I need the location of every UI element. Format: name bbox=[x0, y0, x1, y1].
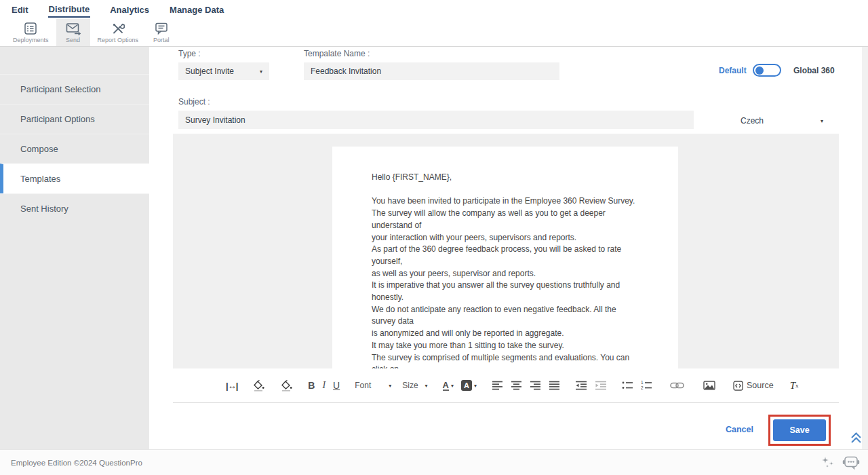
deployments-icon bbox=[24, 22, 37, 35]
menu-edit[interactable]: Edit bbox=[11, 3, 29, 17]
text-color-glyph: A bbox=[443, 381, 449, 391]
fill-color-icon[interactable] bbox=[280, 380, 293, 392]
menu-manage-data[interactable]: Manage Data bbox=[169, 3, 224, 17]
ribbon-label: Portal bbox=[153, 37, 170, 43]
email-body-text: Hello {FIRST_NAME}, You have been invite… bbox=[372, 172, 639, 368]
maximize-icon[interactable]: |↔| bbox=[226, 381, 237, 391]
sidebar-item-participant-selection[interactable]: Participant Selection bbox=[0, 74, 149, 104]
link-icon[interactable] bbox=[670, 382, 684, 389]
svg-text:1: 1 bbox=[641, 381, 644, 385]
size-dropdown-label: Size bbox=[402, 381, 418, 390]
italic-button[interactable]: I bbox=[322, 380, 326, 391]
size-dropdown[interactable]: Size ▾ bbox=[402, 381, 427, 390]
text-color-button[interactable]: A ▾ bbox=[443, 381, 454, 391]
menu-analytics[interactable]: Analytics bbox=[109, 3, 150, 17]
app-footer: Employee Edition ©2024 QuestionPro bbox=[0, 449, 868, 475]
ribbon-label: Report Options bbox=[98, 37, 139, 43]
chatbot-icon[interactable] bbox=[842, 455, 860, 472]
richtext-toolbar: |↔| B I U Fo bbox=[173, 368, 839, 403]
ribbon-label: Send bbox=[66, 37, 80, 43]
align-justify-icon[interactable] bbox=[549, 381, 560, 390]
subject-value: Survey Invitation bbox=[185, 115, 245, 125]
template-name-label: Tempalate Name : bbox=[304, 49, 370, 58]
portal-chat-icon bbox=[155, 22, 168, 35]
collapse-up-icon[interactable] bbox=[850, 431, 863, 446]
save-highlight-box: Save bbox=[768, 415, 831, 446]
ribbon-send[interactable]: Send bbox=[56, 19, 90, 46]
ai-sparkles-icon[interactable] bbox=[821, 456, 835, 472]
source-label: Source bbox=[747, 381, 774, 390]
ribbon-portal[interactable]: Portal bbox=[146, 19, 177, 46]
tools-icon bbox=[111, 22, 125, 35]
type-label: Type : bbox=[178, 49, 201, 58]
email-editor-canvas: Hello {FIRST_NAME}, You have been invite… bbox=[173, 134, 839, 368]
menu-distribute[interactable]: Distribute bbox=[48, 2, 91, 18]
source-button[interactable]: Source bbox=[733, 381, 774, 391]
scrollbar-track[interactable] bbox=[862, 47, 868, 449]
top-menu-bar: Edit Distribute Analytics Manage Data bbox=[0, 0, 868, 19]
sidebar-item-templates[interactable]: Templates bbox=[0, 164, 149, 193]
ribbon-report-options[interactable]: Report Options bbox=[90, 19, 146, 46]
ribbon-deployments[interactable]: Deployments bbox=[5, 19, 56, 46]
template-editor-panel: Type : Tempalate Name : Subject Invite ▾… bbox=[149, 47, 868, 449]
numbered-list-icon[interactable]: 1 2 bbox=[641, 381, 652, 390]
decrease-indent-icon[interactable] bbox=[575, 381, 587, 390]
global-360-label: Global 360 bbox=[793, 66, 835, 75]
image-icon[interactable] bbox=[703, 381, 715, 390]
type-select[interactable]: Subject Invite ▾ bbox=[178, 62, 269, 80]
subject-label: Subject : bbox=[178, 97, 210, 107]
align-left-icon[interactable] bbox=[492, 381, 503, 390]
language-select[interactable]: Czech ▾ bbox=[734, 111, 830, 130]
chevron-down-icon: ▾ bbox=[260, 69, 262, 75]
default-label: Default bbox=[719, 66, 747, 75]
template-name-value: Feedback Invitation bbox=[311, 66, 381, 76]
sidebar-item-sent-history[interactable]: Sent History bbox=[0, 193, 149, 223]
align-right-icon[interactable] bbox=[530, 381, 541, 390]
chevron-down-icon: ▾ bbox=[821, 117, 823, 124]
increase-indent-icon[interactable] bbox=[595, 381, 607, 390]
font-dropdown[interactable]: Font ▾ bbox=[355, 381, 391, 390]
language-value: Czech bbox=[741, 116, 764, 126]
chevron-down-icon: ▾ bbox=[474, 383, 477, 389]
chevron-down-icon: ▾ bbox=[389, 383, 391, 389]
save-button[interactable]: Save bbox=[773, 419, 826, 441]
chevron-down-icon: ▾ bbox=[425, 383, 428, 389]
remove-format-icon[interactable]: Tx bbox=[790, 380, 799, 392]
ribbon-toolbar: Deployments Send Report Options bbox=[0, 19, 868, 47]
sidebar: Participant Selection Participant Option… bbox=[0, 47, 149, 449]
sidebar-item-compose[interactable]: Compose bbox=[0, 134, 149, 164]
default-global-toggle[interactable] bbox=[753, 64, 781, 77]
highlight-color-icon[interactable] bbox=[252, 380, 265, 392]
send-envelope-icon bbox=[66, 22, 81, 35]
chevron-down-icon: ▾ bbox=[451, 383, 454, 389]
svg-text:2: 2 bbox=[641, 385, 644, 390]
subject-input[interactable]: Survey Invitation bbox=[178, 111, 694, 129]
type-select-value: Subject Invite bbox=[185, 66, 234, 76]
copyright-text: Employee Edition ©2024 QuestionPro bbox=[11, 459, 142, 467]
ribbon-label: Deployments bbox=[13, 37, 49, 43]
template-name-input[interactable]: Feedback Invitation bbox=[304, 62, 559, 80]
align-center-icon[interactable] bbox=[511, 381, 522, 390]
background-color-button[interactable]: A ▾ bbox=[461, 380, 477, 391]
sidebar-item-participant-options[interactable]: Participant Options bbox=[0, 104, 149, 134]
font-dropdown-label: Font bbox=[355, 381, 371, 390]
bullet-list-icon[interactable] bbox=[622, 381, 633, 390]
underline-button[interactable]: U bbox=[333, 380, 340, 391]
toggle-knob bbox=[755, 66, 764, 75]
email-body-editor[interactable]: Hello {FIRST_NAME}, You have been invite… bbox=[332, 147, 678, 368]
bg-color-glyph: A bbox=[461, 380, 472, 391]
bold-button[interactable]: B bbox=[308, 380, 315, 391]
cancel-button[interactable]: Cancel bbox=[726, 425, 753, 434]
